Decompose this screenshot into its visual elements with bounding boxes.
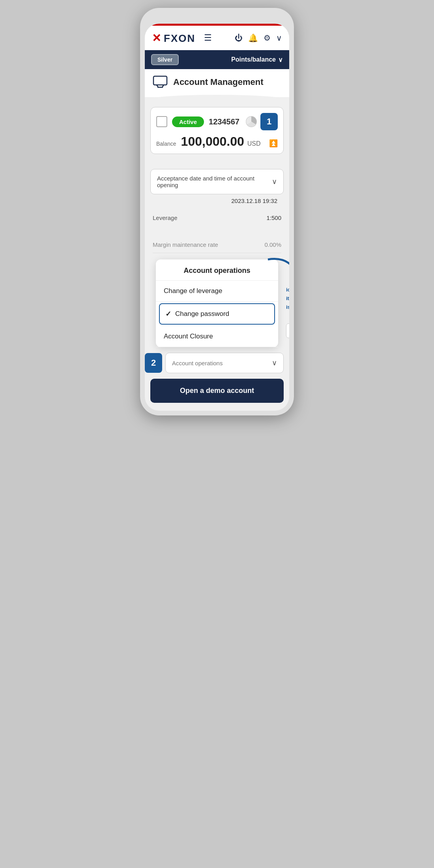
wave-2	[145, 226, 289, 236]
partial-right-text: ion, deposit ithdrawal istory	[286, 286, 289, 312]
points-balance-label: Points/balance	[231, 56, 276, 63]
wave-divider	[145, 91, 289, 103]
margin-label: Margin maintenance rate	[153, 241, 218, 248]
operations-item-password[interactable]: ✓ Change password	[159, 303, 275, 325]
balance-amount: 100,000.00	[181, 134, 244, 149]
balance-row: Balance 100,000.00 USD ⏫	[156, 134, 278, 149]
leverage-row: Leverage 1:500	[150, 209, 284, 227]
curved-arrow-icon	[264, 256, 289, 287]
operations-item-closure-label: Account Closure	[164, 333, 213, 340]
power-icon[interactable]: ⏻	[235, 34, 243, 43]
page-title-bar: Account Management	[145, 69, 289, 91]
account-card-right: 1	[245, 113, 278, 130]
fxon-logo: ✕ FXON	[152, 31, 199, 45]
leverage-label: Leverage	[153, 214, 178, 221]
acceptance-chevron-icon: ∨	[272, 177, 277, 186]
step2-badge: 2	[145, 353, 162, 373]
step2-section: 2 Account operations ∨	[145, 353, 284, 373]
checkmark-icon: ✓	[165, 310, 171, 318]
leverage-value: 1:500	[266, 214, 281, 221]
account-checkbox[interactable]	[156, 116, 167, 127]
operations-item-closure[interactable]: Account Closure	[156, 326, 278, 347]
phone-frame: ✕ FXON ☰ ⏻ 🔔 ⚙ ∨ Silver Points/balance ∨	[140, 8, 294, 415]
wave-mid	[145, 158, 289, 166]
partial-text-2: ithdrawal	[286, 294, 289, 303]
acceptance-date-time: 2023.12.18 19:32	[150, 194, 284, 206]
header-right: ⏻ 🔔 ⚙ ∨	[235, 33, 282, 43]
svg-text:✕: ✕	[152, 32, 161, 44]
margin-row: Margin maintenance rate 0.00%	[153, 237, 281, 253]
expand-icon[interactable]: ∨	[276, 33, 282, 43]
operations-item-leverage-label: Change of leverage	[164, 287, 222, 295]
bell-icon[interactable]: 🔔	[248, 33, 258, 43]
balance-currency: USD	[247, 140, 261, 147]
partial-text-3: istory	[286, 303, 289, 312]
step2-dropdown-label: Account operations	[172, 360, 223, 366]
balance-arrows-icon[interactable]: ⏫	[269, 139, 278, 148]
phone-notch	[193, 13, 241, 24]
logo-area: ✕ FXON ☰	[152, 31, 212, 45]
open-demo-button[interactable]: Open a demo account	[150, 379, 284, 403]
points-balance-chevron: ∨	[278, 56, 283, 64]
silver-bar: Silver Points/balance ∨	[145, 50, 289, 69]
step2-chevron-icon: ∨	[272, 359, 277, 367]
account-number: 1234567	[209, 117, 239, 126]
pie-chart-icon	[245, 116, 257, 128]
gear-icon[interactable]: ⚙	[264, 33, 271, 43]
margin-row-bg: Margin maintenance rate 0.00%	[145, 236, 289, 254]
silver-badge: Silver	[151, 54, 179, 65]
operations-menu: Account operations Change of leverage ✓ …	[156, 259, 278, 347]
active-badge: Active	[172, 116, 204, 127]
hamburger-icon[interactable]: ☰	[204, 33, 212, 43]
operations-area: Margin maintenance rate 0.00% Account op…	[145, 236, 289, 373]
operations-item-leverage[interactable]: Change of leverage	[156, 281, 278, 302]
operations-item-password-label: Change password	[175, 310, 229, 318]
account-badge-1[interactable]: 1	[260, 113, 278, 130]
balance-label: Balance	[156, 141, 176, 147]
svg-text:FXON: FXON	[164, 32, 195, 44]
partial-withdrawal-box: ndrawal	[286, 323, 289, 338]
fxon-logo-svg: ✕ FXON	[152, 31, 199, 45]
step2-dropdown[interactable]: Account operations ∨	[165, 353, 284, 373]
monitor-icon	[153, 75, 168, 89]
partial-right: ion, deposit ithdrawal istory ndrawal	[284, 283, 289, 340]
account-card: Active 1234567 1 Balance 100,000.00 USD	[150, 107, 284, 154]
account-card-left: Active 1234567	[156, 116, 239, 127]
acceptance-label: Acceptance date and time of account open…	[157, 175, 272, 188]
page-title: Account Management	[173, 77, 264, 87]
phone-screen: ✕ FXON ☰ ⏻ 🔔 ⚙ ∨ Silver Points/balance ∨	[145, 24, 289, 411]
operations-menu-title: Account operations	[156, 259, 278, 281]
acceptance-dropdown-section: Acceptance date and time of account open…	[150, 169, 284, 206]
margin-value: 0.00%	[264, 241, 281, 248]
points-balance[interactable]: Points/balance ∨	[231, 56, 283, 64]
operations-menu-container: Account operations Change of leverage ✓ …	[150, 259, 284, 347]
header: ✕ FXON ☰ ⏻ 🔔 ⚙ ∨	[145, 26, 289, 50]
info-section: Leverage 1:500	[150, 209, 284, 227]
svg-rect-2	[153, 76, 167, 85]
acceptance-dropdown[interactable]: Acceptance date and time of account open…	[150, 169, 284, 194]
